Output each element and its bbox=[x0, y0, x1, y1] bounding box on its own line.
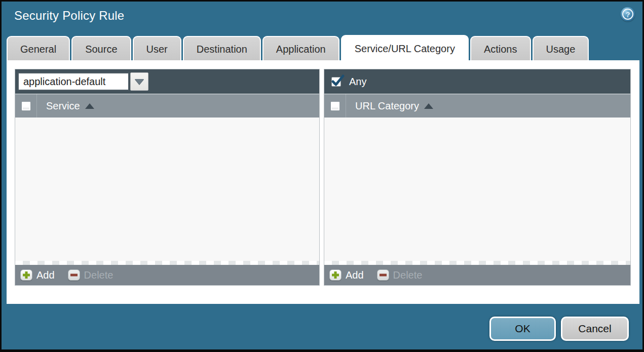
minus-icon bbox=[68, 269, 80, 281]
service-panel: Service Add Delete bbox=[15, 69, 320, 286]
url-category-delete-button[interactable]: Delete bbox=[377, 269, 423, 281]
tab-content-service-url-category: Service Add Delete bbox=[7, 60, 639, 304]
url-category-select-all-checkbox[interactable] bbox=[330, 101, 340, 111]
security-policy-rule-dialog: Security Policy Rule ? General Source Us… bbox=[0, 0, 644, 352]
url-category-column-header[interactable]: URL Category bbox=[346, 94, 419, 118]
tab-general[interactable]: General bbox=[7, 36, 70, 61]
dialog-title: Security Policy Rule bbox=[14, 9, 124, 23]
service-type-dropdown bbox=[18, 72, 148, 91]
url-category-any-checkbox[interactable] bbox=[331, 77, 341, 87]
service-toolbar bbox=[15, 69, 319, 94]
service-column-header[interactable]: Service bbox=[37, 94, 80, 118]
tab-destination[interactable]: Destination bbox=[183, 36, 261, 61]
chevron-down-icon bbox=[135, 79, 144, 85]
url-category-list[interactable] bbox=[324, 118, 630, 265]
minus-icon bbox=[377, 269, 389, 281]
service-footer: Add Delete bbox=[15, 265, 319, 285]
url-category-toolbar: Any bbox=[324, 69, 630, 94]
tab-source[interactable]: Source bbox=[71, 36, 131, 61]
tab-actions[interactable]: Actions bbox=[470, 36, 531, 61]
service-type-dropdown-button[interactable] bbox=[130, 72, 148, 91]
cancel-button[interactable]: Cancel bbox=[561, 317, 629, 341]
check-icon bbox=[331, 74, 345, 88]
tab-bar: General Source User Destination Applicat… bbox=[7, 35, 589, 61]
ok-button[interactable]: OK bbox=[489, 317, 556, 341]
plus-icon bbox=[329, 269, 342, 281]
tab-application[interactable]: Application bbox=[262, 36, 339, 61]
service-type-dropdown-input[interactable] bbox=[18, 72, 129, 91]
tab-service-url-category[interactable]: Service/URL Category bbox=[341, 35, 469, 61]
dialog-titlebar: Security Policy Rule ? bbox=[2, 2, 642, 33]
service-list[interactable] bbox=[15, 118, 319, 265]
sort-ascending-icon[interactable] bbox=[85, 103, 94, 109]
url-category-column-header-row: URL Category bbox=[324, 94, 630, 118]
plus-icon bbox=[20, 269, 32, 281]
service-select-all-checkbox[interactable] bbox=[21, 101, 31, 111]
url-category-panel: Any URL Category Add Delete bbox=[324, 69, 631, 286]
sort-ascending-icon[interactable] bbox=[424, 103, 433, 109]
help-icon[interactable]: ? bbox=[621, 7, 635, 21]
service-delete-button[interactable]: Delete bbox=[68, 269, 113, 281]
tab-user[interactable]: User bbox=[133, 36, 181, 61]
tab-usage[interactable]: Usage bbox=[533, 36, 589, 61]
url-category-any-label: Any bbox=[349, 76, 366, 88]
service-add-button[interactable]: Add bbox=[20, 269, 55, 281]
url-category-add-button[interactable]: Add bbox=[329, 269, 364, 281]
service-column-header-row: Service bbox=[15, 94, 319, 118]
url-category-footer: Add Delete bbox=[324, 265, 630, 285]
